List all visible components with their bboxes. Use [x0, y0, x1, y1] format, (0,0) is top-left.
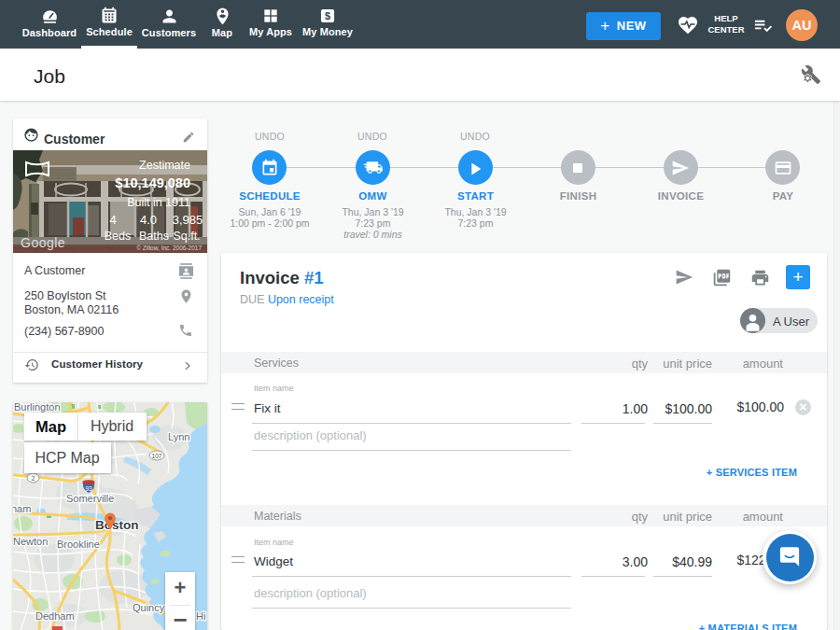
svg-text:Zestimate: Zestimate: [139, 159, 190, 172]
svg-text:2: 2: [32, 475, 35, 482]
svg-text:$: $: [325, 10, 330, 21]
svg-text:Boston: Boston: [95, 518, 139, 532]
svg-text:Newton: Newton: [13, 536, 48, 547]
svg-text:Dedham: Dedham: [35, 610, 75, 622]
svg-text:107: 107: [152, 453, 162, 459]
svg-text:Hi: Hi: [196, 610, 205, 622]
svg-text:ham: ham: [13, 503, 31, 514]
svg-text:Lynn: Lynn: [168, 431, 189, 442]
svg-text:$10,149,080: $10,149,080: [115, 175, 190, 190]
svg-text:Sq.ft.: Sq.ft.: [173, 230, 200, 243]
svg-text:93: 93: [85, 485, 92, 492]
svg-text:Built in 1911: Built in 1911: [127, 196, 190, 209]
svg-text:Beds: Beds: [105, 230, 132, 243]
svg-text:Burlington: Burlington: [14, 402, 61, 413]
svg-text:4: 4: [109, 213, 116, 227]
svg-text:Somerville: Somerville: [66, 493, 114, 504]
svg-text:Baths: Baths: [139, 230, 169, 243]
svg-text:3,985: 3,985: [173, 213, 203, 227]
svg-text:4.0: 4.0: [140, 213, 157, 227]
svg-text:© Zillow, Inc. 2006-2017: © Zillow, Inc. 2006-2017: [136, 245, 202, 251]
svg-text:Quincy: Quincy: [133, 602, 165, 613]
svg-text:Brookline: Brookline: [57, 539, 100, 550]
svg-text:Google: Google: [21, 235, 65, 250]
